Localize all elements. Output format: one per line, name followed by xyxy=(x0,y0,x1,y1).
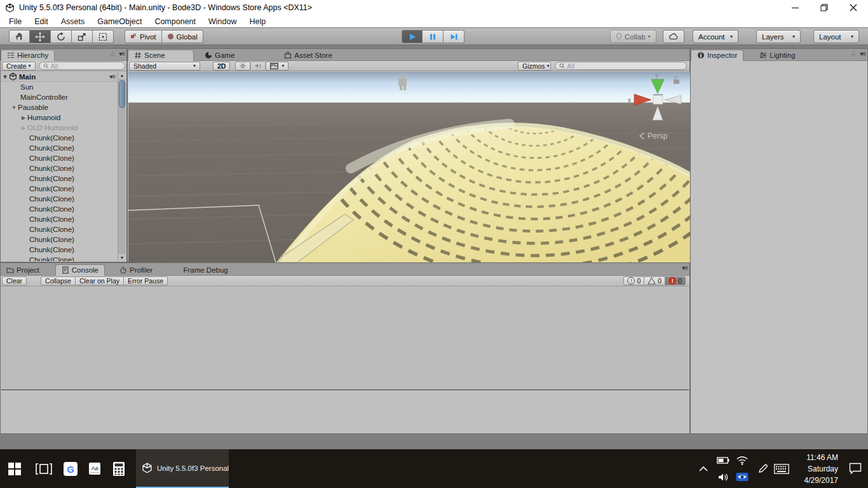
panel-menu-icon[interactable] xyxy=(682,264,688,271)
wifi-icon[interactable] xyxy=(736,456,749,465)
pen-icon[interactable] xyxy=(757,463,768,474)
layers-dropdown-button[interactable]: Layers xyxy=(756,30,801,43)
hierarchy-item[interactable]: Chunk(Clone) xyxy=(1,173,118,184)
menu-item[interactable]: Window xyxy=(202,16,243,27)
account-dropdown-button[interactable]: Account xyxy=(693,30,738,43)
menu-item[interactable]: Component xyxy=(148,16,202,27)
battery-icon[interactable] xyxy=(717,457,729,464)
taskbar-clock[interactable]: 11:46 AM Saturday 4/29/2017 xyxy=(795,452,838,486)
info-count-badge[interactable]: 0 xyxy=(623,276,644,285)
clear-button[interactable]: Clear xyxy=(2,276,27,285)
hierarchy-item[interactable]: ▶ OLD Humanoid xyxy=(1,123,118,133)
create-dropdown-button[interactable]: Create xyxy=(2,62,36,71)
taskbar-unity-task[interactable]: Unity 5.5.0f3 Personal... xyxy=(136,449,229,488)
scene-viewport[interactable]: y x Persp xyxy=(128,72,690,262)
hierarchy-item[interactable]: Chunk(Clone) xyxy=(1,163,118,173)
restore-button[interactable] xyxy=(810,0,839,15)
tab-lighting[interactable]: Lighting xyxy=(754,50,801,61)
calculator-taskbar-icon[interactable] xyxy=(107,449,131,488)
touch-keyboard-icon[interactable] xyxy=(774,464,789,474)
hierarchy-item[interactable]: Chunk(Clone) xyxy=(1,184,118,194)
effects-dropdown-button[interactable] xyxy=(266,62,288,71)
menu-item[interactable]: File xyxy=(3,16,28,27)
panel-menu-icon[interactable] xyxy=(119,50,125,57)
lock-icon[interactable] xyxy=(850,50,857,57)
hierarchy-item[interactable]: Sun xyxy=(1,82,118,92)
lock-icon[interactable] xyxy=(109,50,116,57)
hierarchy-item[interactable]: Chunk(Clone) xyxy=(1,153,118,163)
menu-item[interactable]: GameObject xyxy=(91,16,148,27)
close-icon[interactable] xyxy=(839,0,868,15)
expand-arrow[interactable]: ▶ xyxy=(20,125,27,131)
hierarchy-scrollbar[interactable]: ▲ ▼ xyxy=(118,72,126,261)
lighting-toggle-button[interactable] xyxy=(235,62,250,71)
console-log-area[interactable] xyxy=(1,287,689,390)
move-tool-button[interactable] xyxy=(30,30,51,43)
hierarchy-item[interactable]: Chunk(Clone) xyxy=(1,224,118,234)
audio-toggle-button[interactable] xyxy=(250,62,266,71)
clear-on-play-button[interactable]: Clear on Play xyxy=(76,276,124,285)
tab-frame-debug[interactable]: Frame Debug xyxy=(177,264,233,276)
hierarchy-item[interactable]: Chunk(Clone) xyxy=(1,214,118,224)
menu-item[interactable]: Assets xyxy=(55,16,92,27)
hierarchy-item[interactable]: Chunk(Clone) xyxy=(1,133,118,143)
expand-arrow[interactable]: ▶ xyxy=(20,115,27,121)
scale-tool-button[interactable] xyxy=(72,30,93,43)
tray-chevron-icon[interactable] xyxy=(699,466,708,471)
scene-search[interactable] xyxy=(555,62,687,70)
task-view-button[interactable] xyxy=(29,449,58,488)
play-button[interactable] xyxy=(402,30,423,43)
expand-arrow[interactable]: ▼ xyxy=(10,105,18,111)
dictionary-taskbar-icon[interactable]: Aa xyxy=(83,449,107,488)
volume-icon[interactable] xyxy=(718,473,729,482)
hierarchy-item[interactable]: MainController xyxy=(1,92,118,102)
scroll-up-icon[interactable]: ▲ xyxy=(118,72,126,79)
hierarchy-item[interactable]: Chunk(Clone) xyxy=(1,245,118,255)
error-count-badge[interactable]: 0 xyxy=(665,276,686,285)
minimize-button[interactable] xyxy=(780,0,810,15)
tab-inspector[interactable]: Inspector xyxy=(691,50,743,61)
pause-button[interactable] xyxy=(423,30,444,43)
error-pause-button[interactable]: Error Pause xyxy=(124,276,168,285)
rotate-tool-button[interactable] xyxy=(51,30,72,43)
scene-header-row[interactable]: ▼ Main xyxy=(1,72,118,82)
tab-scene[interactable]: Scene xyxy=(128,50,194,61)
eye-app-icon[interactable] xyxy=(736,472,749,482)
hierarchy-item[interactable]: ▼ Pausable xyxy=(1,102,118,112)
cloud-button[interactable] xyxy=(663,30,684,43)
menu-item[interactable]: Edit xyxy=(28,16,55,27)
step-button[interactable] xyxy=(444,30,465,43)
collab-dropdown-button[interactable]: Collab xyxy=(610,30,656,43)
hierarchy-item[interactable]: Chunk(Clone) xyxy=(1,255,118,261)
draw-mode-dropdown[interactable]: Shaded xyxy=(129,62,200,71)
menu-item[interactable]: Help xyxy=(243,16,272,27)
tab-console[interactable]: Console xyxy=(55,264,105,276)
pivot-toggle-button[interactable]: Pivot xyxy=(125,30,162,43)
rect-tool-button[interactable] xyxy=(93,30,114,43)
pan-tool-button[interactable] xyxy=(9,30,30,43)
tab-game[interactable]: Game xyxy=(199,50,240,61)
warning-count-badge[interactable]: 0 xyxy=(644,276,665,285)
global-toggle-button[interactable]: Global xyxy=(162,30,203,43)
tab-profiler[interactable]: Profiler xyxy=(114,264,158,276)
start-button[interactable] xyxy=(0,449,29,488)
panel-menu-icon[interactable] xyxy=(109,73,115,80)
action-center-icon[interactable] xyxy=(849,463,862,475)
hierarchy-item[interactable]: ▶ Humanoid xyxy=(1,112,118,123)
tab-hierarchy[interactable]: Hierarchy xyxy=(1,50,55,61)
scene-search-input[interactable] xyxy=(567,62,682,70)
layout-dropdown-button[interactable]: Layout xyxy=(813,30,859,43)
hierarchy-item[interactable]: Chunk(Clone) xyxy=(1,204,118,214)
collapse-button[interactable]: Collapse xyxy=(41,276,76,285)
scrollbar-thumb[interactable] xyxy=(119,80,125,108)
tab-project[interactable]: Project xyxy=(1,264,45,276)
hierarchy-search-input[interactable] xyxy=(51,62,121,70)
hierarchy-item[interactable]: Chunk(Clone) xyxy=(1,143,118,153)
scroll-down-icon[interactable]: ▼ xyxy=(118,254,126,261)
hierarchy-search[interactable] xyxy=(39,62,125,70)
chrome-taskbar-icon[interactable]: G xyxy=(58,449,83,488)
hierarchy-item[interactable]: Chunk(Clone) xyxy=(1,194,118,204)
title-bar[interactable]: Unity 5.5.0f3 Personal (64bit) - Main.un… xyxy=(0,0,868,15)
expand-arrow[interactable]: ▼ xyxy=(1,74,9,80)
gizmo-cube[interactable] xyxy=(653,95,663,104)
